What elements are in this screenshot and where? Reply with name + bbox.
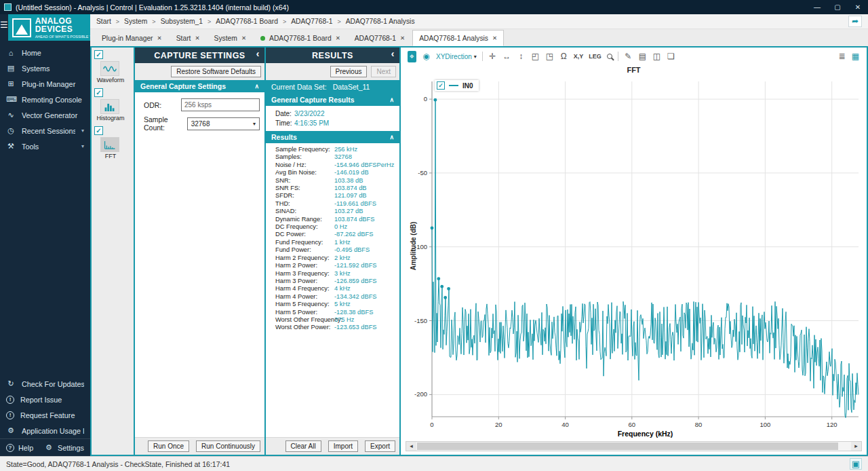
view-checkbox[interactable]: ✓ xyxy=(94,126,103,135)
result-row: Harm 5 Frequency:5 kHz xyxy=(266,301,399,308)
settings-button[interactable]: ⚙ Settings xyxy=(44,443,84,452)
remote-display-icon[interactable]: ▣ xyxy=(850,458,862,470)
result-value: 0 Hz xyxy=(334,223,347,231)
scroll-left-icon[interactable]: ◂ xyxy=(406,442,416,451)
close-icon[interactable]: ✕ xyxy=(157,35,162,41)
minimize-button[interactable]: — xyxy=(807,0,827,14)
session-export-icon[interactable]: ➦ xyxy=(848,16,862,27)
previous-dataset-button[interactable]: Previous xyxy=(330,66,368,77)
breadcrumb-item-start[interactable]: Start xyxy=(96,18,111,25)
close-icon[interactable]: ✕ xyxy=(336,35,340,41)
sidebar-item-report-issue[interactable]: !Report Issue xyxy=(0,392,90,407)
view-checkbox[interactable]: ✓ xyxy=(94,50,103,59)
expand-icon[interactable]: ◰ xyxy=(531,51,540,62)
view-checkbox[interactable]: ✓ xyxy=(94,88,103,97)
collapse-capture-panel-icon[interactable]: ‹ xyxy=(256,48,260,59)
close-icon[interactable]: ✕ xyxy=(400,35,405,41)
chevron-up-icon: ∧ xyxy=(254,83,259,90)
general-capture-results-section[interactable]: General Capture Results ∧ xyxy=(266,94,399,106)
legend-toggle-button[interactable]: LEG xyxy=(589,53,601,60)
clear-all-button[interactable]: Clear All xyxy=(285,440,321,452)
sidebar-item-check-for-updates[interactable]: ↻Check For Updates xyxy=(0,376,90,392)
status-bar: State=Good, ADAQ7768-1 Analysis - CheckS… xyxy=(0,456,868,471)
vertical-zoom-icon[interactable]: ↕ xyxy=(517,51,526,62)
import-button[interactable]: Import xyxy=(328,440,358,452)
sidebar-item-label: Systems xyxy=(22,64,84,73)
copy-chart-icon[interactable]: ❏ xyxy=(667,51,675,62)
tab-adaq7768-1[interactable]: ADAQ7768-1✕ xyxy=(348,30,412,46)
data-cursor-icon[interactable]: ⌖ xyxy=(408,51,416,62)
sidebar-item-remoting-console[interactable]: ⌨Remoting Console xyxy=(0,92,90,107)
view-histogram[interactable]: ✓Histogram xyxy=(94,88,134,122)
breadcrumb-item-subsystem-1[interactable]: Subsystem_1 xyxy=(161,18,203,25)
result-row: Harm 3 Frequency:3 kHz xyxy=(266,270,399,278)
scrollbar-track[interactable] xyxy=(416,442,851,451)
image-export-icon[interactable]: ▤ xyxy=(638,51,647,62)
sidebar-item-request-feature[interactable]: !Request Feature xyxy=(0,407,90,423)
result-label: Harm 4 Frequency: xyxy=(266,285,334,293)
odr-input[interactable] xyxy=(181,98,260,111)
sidebar-item-vector-generator[interactable]: ∿Vector Generator xyxy=(0,107,90,123)
tab-adaq7768-1-board[interactable]: ADAQ7768-1 Board✕ xyxy=(254,30,347,46)
result-label: Samples: xyxy=(266,153,334,161)
chart-horizontal-scrollbar[interactable]: ◂ ▸ xyxy=(406,441,862,451)
next-dataset-button[interactable]: Next xyxy=(371,66,396,77)
horizontal-zoom-icon[interactable]: ↔ xyxy=(502,51,511,62)
close-button[interactable]: ✕ xyxy=(848,0,868,14)
sidebar-item-application-usage-logging[interactable]: ⚙Application Usage Logging xyxy=(0,423,90,438)
breadcrumb-item-adaq7768-1-analysis[interactable]: ADAQ7768-1 Analysis xyxy=(346,18,415,25)
close-icon[interactable]: ✕ xyxy=(492,35,497,41)
maximize-button[interactable]: ▢ xyxy=(827,0,848,14)
sidebar-item-home[interactable]: ⌂Home xyxy=(0,45,90,60)
window-controls: — ▢ ✕ xyxy=(807,0,868,14)
breadcrumb-separator: > xyxy=(337,18,340,25)
export-data-icon[interactable]: ◫ xyxy=(652,51,661,62)
request-feature-icon: ! xyxy=(6,411,14,419)
pan-icon[interactable]: ✛ xyxy=(488,51,497,62)
omega-cursor-icon[interactable]: Ω xyxy=(559,51,568,62)
xy-direction-dropdown[interactable]: XYDirection▾ xyxy=(436,53,477,60)
run-once-button[interactable]: Run Once xyxy=(148,440,189,452)
result-row: Harm 2 Frequency:2 kHz xyxy=(266,255,399,262)
breadcrumb-item-adaq7768-1-board[interactable]: ADAQ7768-1 Board xyxy=(216,18,278,25)
tab-start[interactable]: Start✕ xyxy=(170,30,207,46)
sidebar-item-tools[interactable]: ⚒Tools▾ xyxy=(0,138,90,154)
sidebar-item-recent-sessions[interactable]: ◷Recent Sessions▾ xyxy=(0,123,90,138)
run-continuously-button[interactable]: Run Continuously xyxy=(196,440,260,452)
help-button[interactable]: ? Help xyxy=(6,444,33,452)
legend-list-icon[interactable]: ≣ xyxy=(837,51,846,62)
sample-count-select[interactable]: 32768 ▾ xyxy=(187,117,260,130)
collapse-results-panel-icon[interactable]: ‹ xyxy=(391,48,395,59)
xy-readout-button[interactable]: X,Y xyxy=(574,53,584,60)
grid-settings-icon[interactable]: ▦ xyxy=(851,51,860,62)
view-waveform[interactable]: ✓Waveform xyxy=(94,50,134,84)
tab-adaq7768-1-analysis[interactable]: ADAQ7768-1 Analysis✕ xyxy=(412,30,504,46)
brush-icon[interactable]: ◉ xyxy=(422,51,431,62)
general-capture-settings-section[interactable]: General Capture Settings ∧ xyxy=(135,80,264,92)
scrollbar-thumb[interactable] xyxy=(417,442,838,450)
tab-plug-in-manager[interactable]: Plug-in Manager✕ xyxy=(95,30,169,46)
breadcrumb-item-adaq7768-1[interactable]: ADAQ7768-1 xyxy=(291,18,332,25)
results-section[interactable]: Results ∧ xyxy=(266,131,399,143)
tab-system[interactable]: System✕ xyxy=(208,30,253,46)
annotate-icon[interactable]: ✎ xyxy=(624,51,633,62)
breadcrumb-item-system[interactable]: System xyxy=(124,18,147,25)
fft-plot-canvas[interactable]: 0204060801001200-50-100-150-200Frequency… xyxy=(401,75,867,440)
legend-checkbox[interactable]: ✓ xyxy=(437,81,445,90)
restore-software-defaults-button[interactable]: Restore Software Defaults xyxy=(171,66,261,77)
fit-view-icon[interactable]: ◳ xyxy=(545,51,554,62)
hamburger-menu-icon[interactable]: ☰ xyxy=(0,14,8,41)
view-fft[interactable]: ✓FFT xyxy=(94,126,134,160)
svg-text:40: 40 xyxy=(561,421,569,428)
vector-generator-icon: ∿ xyxy=(6,111,16,119)
sidebar-item-systems[interactable]: ▤Systems xyxy=(0,60,90,76)
result-row: Harm 3 Power:-126.859 dBFS xyxy=(266,278,399,285)
scroll-right-icon[interactable]: ▸ xyxy=(851,442,861,451)
zoom-icon[interactable] xyxy=(607,54,612,59)
export-button[interactable]: Export xyxy=(365,440,395,452)
window-title: (Untitled Session) - Analysis | Control … xyxy=(16,3,807,12)
close-icon[interactable]: ✕ xyxy=(195,35,199,41)
sidebar-item-plug-in-manager[interactable]: ⊞Plug-in Manager xyxy=(0,76,90,92)
close-icon[interactable]: ✕ xyxy=(241,35,246,41)
breadcrumb-separator: > xyxy=(283,18,286,25)
